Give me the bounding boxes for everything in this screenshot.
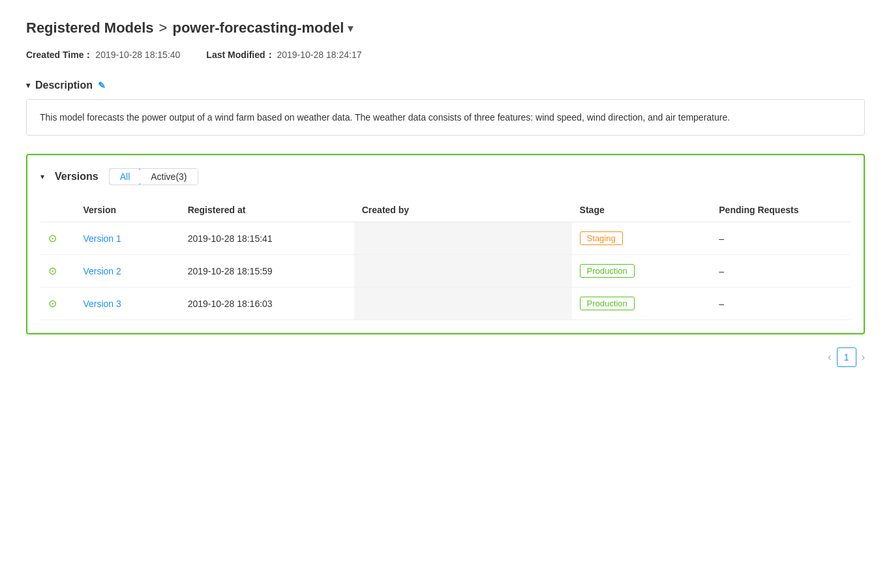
col-header-pending: Pending Requests xyxy=(711,198,851,222)
row-status-icon: ⊙ xyxy=(40,222,75,255)
breadcrumb: Registered Models > power-forecasting-mo… xyxy=(26,20,865,37)
last-modified: Last Modified： 2019-10-28 18:24:17 xyxy=(206,50,361,61)
created-label: Created Time： xyxy=(26,50,93,60)
row-created-by xyxy=(354,255,572,287)
description-box: This model forecasts the power output of… xyxy=(26,99,865,136)
row-stage: Production xyxy=(572,287,712,320)
col-header-registered: Registered at xyxy=(180,198,354,222)
metadata-row: Created Time： 2019-10-28 18:15:40 Last M… xyxy=(26,50,865,61)
tab-all[interactable]: All xyxy=(109,168,142,185)
row-created-by xyxy=(354,222,572,255)
tab-active[interactable]: Active(3) xyxy=(140,169,197,184)
next-page-button[interactable]: › xyxy=(862,351,865,363)
col-header-check xyxy=(40,198,75,222)
row-version[interactable]: Version 1 xyxy=(75,222,179,255)
versions-header: ▾ Versions All Active(3) xyxy=(40,168,851,185)
row-registered-at: 2019-10-28 18:15:41 xyxy=(180,222,354,255)
col-header-version: Version xyxy=(75,198,179,222)
table-row: ⊙ Version 1 2019-10-28 18:15:41 Staging … xyxy=(40,222,851,255)
stage-badge: Production xyxy=(580,297,635,310)
col-header-stage: Stage xyxy=(572,198,712,222)
row-registered-at: 2019-10-28 18:16:03 xyxy=(180,287,354,320)
table-header-row: Version Registered at Created by Stage P… xyxy=(40,198,851,222)
row-status-icon: ⊙ xyxy=(40,287,75,320)
versions-collapse-arrow[interactable]: ▾ xyxy=(40,172,44,181)
edit-icon[interactable]: ✎ xyxy=(98,80,106,91)
stage-badge: Staging xyxy=(580,231,623,245)
table-row: ⊙ Version 2 2019-10-28 18:15:59 Producti… xyxy=(40,255,851,287)
description-text: This model forecasts the power output of… xyxy=(40,112,730,123)
description-header: ▾ Description ✎ xyxy=(26,80,865,91)
modified-value: 2019-10-28 18:24:17 xyxy=(277,50,361,60)
versions-title: Versions xyxy=(55,171,98,183)
stage-badge: Production xyxy=(580,264,635,278)
versions-tab-group: All Active(3) xyxy=(109,168,198,185)
version-link: Version 1 xyxy=(83,233,121,244)
breadcrumb-current-label: power-forecasting-model xyxy=(172,20,344,37)
chevron-down-icon[interactable]: ▾ xyxy=(348,22,353,35)
versions-table: Version Registered at Created by Stage P… xyxy=(40,198,851,320)
version-link: Version 3 xyxy=(83,299,121,309)
row-pending: – xyxy=(711,222,851,255)
breadcrumb-current: power-forecasting-model ▾ xyxy=(172,20,353,37)
row-status-icon: ⊙ xyxy=(40,255,75,287)
pagination: ‹ 1 › xyxy=(26,347,865,367)
modified-label: Last Modified： xyxy=(206,50,274,60)
created-value: 2019-10-28 18:15:40 xyxy=(95,50,180,60)
breadcrumb-parent[interactable]: Registered Models xyxy=(26,20,154,37)
prev-page-button[interactable]: ‹ xyxy=(828,351,831,363)
row-pending: – xyxy=(711,255,851,287)
row-stage: Staging xyxy=(572,222,712,255)
breadcrumb-separator: > xyxy=(159,20,168,37)
row-version[interactable]: Version 3 xyxy=(75,287,179,320)
row-created-by xyxy=(354,287,572,320)
col-header-created: Created by xyxy=(354,198,572,222)
row-pending: – xyxy=(711,287,851,320)
versions-container: ▾ Versions All Active(3) Version Registe… xyxy=(26,154,865,334)
row-version[interactable]: Version 2 xyxy=(75,255,179,287)
description-collapse-arrow[interactable]: ▾ xyxy=(26,81,30,90)
current-page-button[interactable]: 1 xyxy=(837,347,856,367)
description-title: Description xyxy=(35,80,93,91)
table-row: ⊙ Version 3 2019-10-28 18:16:03 Producti… xyxy=(40,287,851,320)
created-time: Created Time： 2019-10-28 18:15:40 xyxy=(26,50,180,61)
row-stage: Production xyxy=(572,255,712,287)
row-registered-at: 2019-10-28 18:15:59 xyxy=(180,255,354,287)
version-link: Version 2 xyxy=(83,266,121,276)
